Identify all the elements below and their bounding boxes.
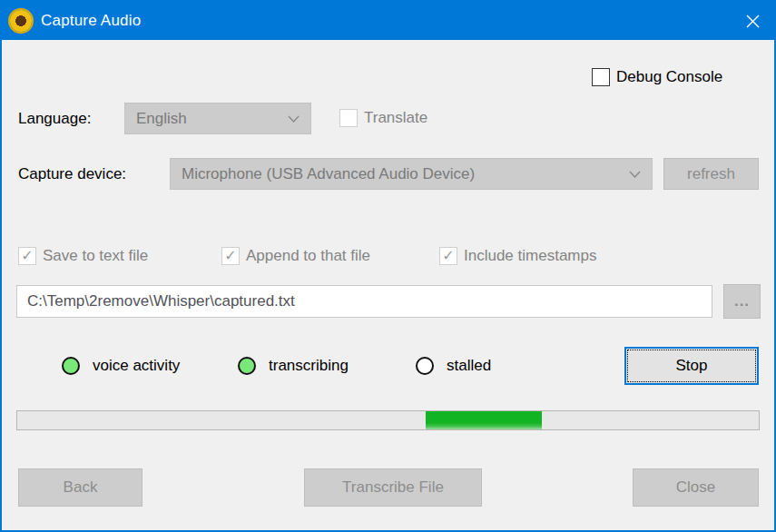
transcribing-light <box>238 357 256 375</box>
transcribing-label: transcribing <box>269 357 349 375</box>
debug-console-label: Debug Console <box>616 68 722 86</box>
browse-button: ... <box>723 284 761 319</box>
voice-activity-indicator: voice activity <box>62 357 180 375</box>
include-timestamps-checkbox: ✓ Include timestamps <box>439 247 596 265</box>
translate-label: Translate <box>364 109 427 127</box>
save-to-text-file-checkbox-box: ✓ <box>18 247 36 265</box>
progress-fill <box>426 411 542 429</box>
capture-audio-dialog: Capture Audio Debug Console Language: En… <box>0 0 776 532</box>
save-to-text-file-label: Save to text file <box>43 247 148 265</box>
refresh-button: refresh <box>663 158 759 190</box>
include-timestamps-label: Include timestamps <box>464 247 596 265</box>
append-to-file-checkbox-box: ✓ <box>221 247 240 265</box>
translate-checkbox-box <box>339 109 358 127</box>
debug-console-checkbox-box[interactable] <box>592 68 610 86</box>
append-to-file-checkbox: ✓ Append to that file <box>221 247 370 265</box>
back-button: Back <box>18 468 142 507</box>
include-timestamps-checkbox-box: ✓ <box>439 247 457 265</box>
translate-checkbox: Translate <box>339 109 427 127</box>
close-icon <box>746 15 760 28</box>
file-path-input[interactable] <box>16 285 712 318</box>
language-dropdown: English <box>124 103 311 134</box>
stalled-indicator: stalled <box>416 357 491 375</box>
stalled-label: stalled <box>447 357 491 375</box>
stalled-light <box>416 357 434 375</box>
language-value: English <box>136 110 288 128</box>
capture-device-value: Microphone (USB Advanced Audio Device) <box>182 165 629 183</box>
append-to-file-label: Append to that file <box>246 247 370 265</box>
debug-console-checkbox[interactable]: Debug Console <box>592 68 722 86</box>
close-dialog-button: Close <box>633 468 759 507</box>
sunflower-icon <box>10 10 32 32</box>
capture-device-dropdown: Microphone (USB Advanced Audio Device) <box>170 158 653 190</box>
voice-activity-light <box>62 357 80 375</box>
voice-activity-label: voice activity <box>93 357 180 375</box>
save-to-text-file-checkbox: ✓ Save to text file <box>18 247 148 265</box>
capture-device-label: Capture device: <box>18 165 126 183</box>
chevron-down-icon <box>629 171 641 178</box>
titlebar: Capture Audio <box>2 2 774 40</box>
close-button[interactable] <box>731 2 774 40</box>
transcribe-file-button: Transcribe File <box>304 468 482 507</box>
progress-bar <box>16 410 760 430</box>
stop-button[interactable]: Stop <box>624 347 759 385</box>
chevron-down-icon <box>288 115 300 123</box>
language-label: Language: <box>18 110 91 128</box>
window-title: Capture Audio <box>41 12 141 30</box>
transcribing-indicator: transcribing <box>238 357 349 375</box>
